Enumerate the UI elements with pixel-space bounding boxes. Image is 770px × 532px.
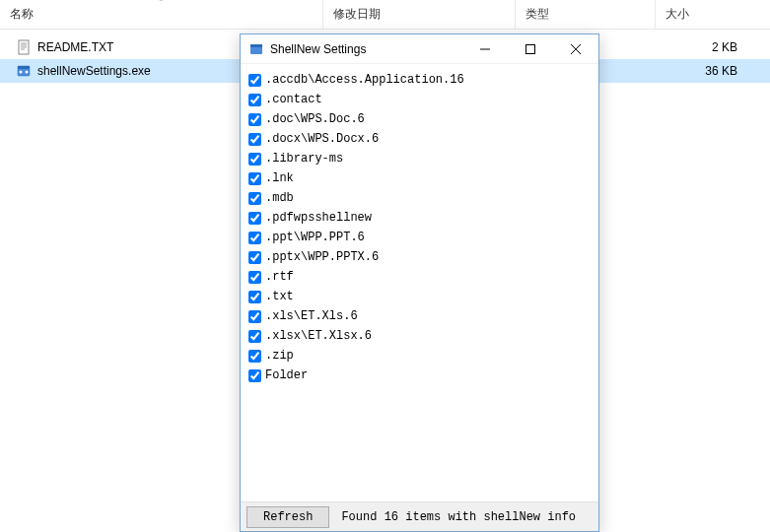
- list-item[interactable]: .rtf: [248, 267, 598, 287]
- item-checkbox[interactable]: [248, 330, 261, 343]
- svg-point-7: [20, 71, 23, 74]
- item-label: .txt: [265, 290, 294, 303]
- item-checkbox[interactable]: [248, 113, 261, 126]
- minimize-button[interactable]: [462, 34, 508, 63]
- list-item[interactable]: .mdb: [248, 188, 598, 208]
- item-checkbox[interactable]: [248, 369, 261, 382]
- svg-rect-6: [18, 66, 30, 69]
- list-item[interactable]: .ppt\WPP.PPT.6: [248, 228, 598, 247]
- column-header-type[interactable]: 类型: [515, 0, 655, 29]
- column-label: 名称: [10, 7, 34, 21]
- item-checkbox[interactable]: [248, 133, 261, 146]
- list-item[interactable]: .xls\ET.Xls.6: [248, 306, 598, 326]
- exe-file-icon: [16, 63, 32, 79]
- list-item[interactable]: .doc\WPS.Doc.6: [248, 109, 598, 129]
- item-label: .accdb\Access.Application.16: [265, 73, 464, 87]
- list-item[interactable]: .accdb\Access.Application.16: [248, 70, 598, 90]
- item-checkbox[interactable]: [248, 74, 261, 87]
- item-checkbox[interactable]: [248, 271, 261, 284]
- item-label: .doc\WPS.Doc.6: [265, 112, 365, 126]
- sort-ascending-icon: ˄: [159, 0, 164, 8]
- maximize-button[interactable]: [508, 34, 553, 63]
- list-item[interactable]: .lnk: [248, 168, 598, 188]
- svg-rect-12: [526, 44, 535, 53]
- file-size: 36 KB: [655, 64, 753, 78]
- item-checkbox[interactable]: [248, 291, 261, 303]
- app-icon: [248, 41, 264, 57]
- list-item[interactable]: .txt: [248, 287, 598, 306]
- refresh-button[interactable]: Refresh: [246, 506, 329, 528]
- item-checkbox[interactable]: [248, 192, 261, 205]
- item-label: .pdfwpsshellnew: [265, 211, 372, 225]
- item-label: .pptx\WPP.PPTX.6: [265, 250, 379, 264]
- column-header-date[interactable]: 修改日期: [322, 0, 515, 29]
- shellnew-settings-window: ShellNew Settings .accdb\Access.Applicat…: [240, 33, 599, 532]
- window-title: ShellNew Settings: [270, 42, 462, 56]
- text-file-icon: [16, 39, 32, 55]
- file-size: 2 KB: [655, 40, 753, 54]
- statusbar: Refresh Found 16 items with shellNew inf…: [241, 501, 598, 531]
- item-checkbox[interactable]: [248, 251, 261, 264]
- item-label: .contact: [265, 93, 322, 106]
- item-label: .zip: [265, 349, 294, 363]
- item-label: .docx\WPS.Docx.6: [265, 132, 379, 146]
- item-checkbox[interactable]: [248, 232, 261, 244]
- checkbox-list: .accdb\Access.Application.16.contact.doc…: [241, 64, 598, 501]
- svg-point-8: [26, 71, 29, 74]
- titlebar[interactable]: ShellNew Settings: [241, 34, 598, 64]
- item-label: .xls\ET.Xls.6: [265, 309, 358, 323]
- list-item[interactable]: .pptx\WPP.PPTX.6: [248, 247, 598, 267]
- list-item[interactable]: .xlsx\ET.Xlsx.6: [248, 326, 598, 346]
- item-checkbox[interactable]: [248, 212, 261, 225]
- item-label: .xlsx\ET.Xlsx.6: [265, 329, 372, 343]
- item-checkbox[interactable]: [248, 153, 261, 166]
- item-label: .ppt\WPP.PPT.6: [265, 231, 365, 244]
- list-item[interactable]: .pdfwpsshellnew: [248, 208, 598, 228]
- status-text: Found 16 items with shellNew info: [341, 510, 576, 524]
- item-label: .lnk: [265, 171, 294, 185]
- item-checkbox[interactable]: [248, 94, 261, 106]
- svg-rect-10: [250, 44, 262, 47]
- column-header-size[interactable]: 大小: [655, 0, 770, 29]
- item-label: Folder: [265, 368, 308, 382]
- item-label: .library-ms: [265, 152, 343, 166]
- column-header-name[interactable]: 名称 ˄: [0, 0, 322, 29]
- list-item[interactable]: .docx\WPS.Docx.6: [248, 129, 598, 149]
- column-header-row: 名称 ˄ 修改日期 类型 大小: [0, 0, 770, 30]
- item-checkbox[interactable]: [248, 350, 261, 363]
- window-controls: [462, 34, 598, 63]
- list-item[interactable]: .zip: [248, 346, 598, 366]
- item-checkbox[interactable]: [248, 310, 261, 323]
- list-item[interactable]: Folder: [248, 366, 598, 385]
- item-checkbox[interactable]: [248, 172, 261, 185]
- list-item[interactable]: .contact: [248, 90, 598, 109]
- close-button[interactable]: [553, 34, 598, 63]
- list-item[interactable]: .library-ms: [248, 149, 598, 168]
- item-label: .rtf: [265, 270, 294, 284]
- item-label: .mdb: [265, 191, 294, 205]
